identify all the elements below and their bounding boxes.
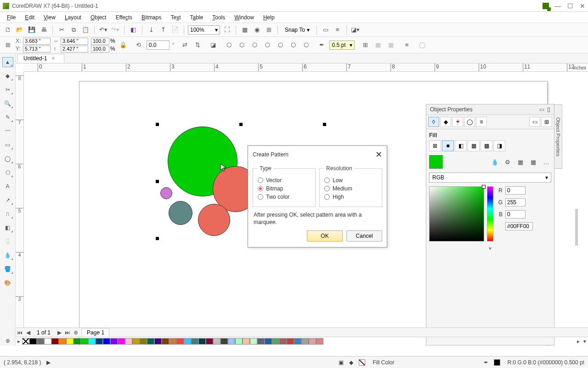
palette-swatch[interactable] (287, 338, 294, 345)
pos-x-input[interactable] (23, 38, 51, 45)
menu-window[interactable]: Window (230, 13, 258, 22)
nav-next-icon[interactable]: ▶ (55, 329, 63, 336)
dialog-close-button[interactable]: ✕ (375, 150, 382, 160)
palette-swatch[interactable] (184, 338, 191, 345)
nav-prev-icon[interactable]: ◀ (24, 329, 32, 336)
panel-undock-icon[interactable]: ▭ (539, 106, 544, 113)
palette-swatch[interactable] (44, 338, 51, 345)
palette-swatch[interactable] (81, 338, 88, 345)
palette-swatch[interactable] (243, 338, 250, 345)
paste-button[interactable]: 📋 (80, 25, 90, 35)
tab-summary[interactable]: ≡ (476, 117, 487, 127)
palette-swatch[interactable] (235, 338, 243, 345)
smart-fill-tool[interactable]: 🎨 (2, 278, 13, 288)
cancel-button[interactable]: Cancel (346, 230, 382, 242)
back-minus-front-button[interactable]: ⬡ (288, 40, 298, 50)
menu-file[interactable]: File (3, 13, 20, 22)
no-color-swatch[interactable] (22, 338, 29, 345)
more-options-icon[interactable]: … (541, 157, 551, 167)
width-input[interactable] (61, 38, 88, 45)
hex-input[interactable] (505, 222, 533, 230)
interactive-fill-tool[interactable]: 🪣 (2, 264, 13, 274)
corel-connect-icon[interactable] (543, 3, 549, 9)
close-button[interactable]: ✕ (580, 2, 585, 10)
panel-collapse-icon[interactable]: ▯ (547, 106, 550, 113)
palette-swatch[interactable] (37, 338, 44, 345)
palette-swatch[interactable] (118, 338, 125, 345)
intersect-button[interactable]: ⬡ (249, 40, 260, 50)
menu-table[interactable]: Table (186, 13, 208, 22)
palette-swatch[interactable] (162, 338, 169, 345)
color-field[interactable] (429, 186, 484, 242)
horizontal-ruler[interactable]: 0 1 2 3 4 5 6 7 8 9 10 11 12 (24, 63, 588, 72)
palette-swatch[interactable] (272, 338, 279, 345)
maximize-button[interactable]: ☐ (567, 2, 573, 10)
pattern-fill-button[interactable]: ▦ (468, 140, 480, 151)
export-button[interactable]: ⤒ (158, 25, 168, 35)
quick-customize-button[interactable]: ⊕ (2, 336, 13, 346)
palette-swatch[interactable] (147, 338, 154, 345)
texture-fill-button[interactable]: ▩ (481, 140, 492, 151)
color-model-select[interactable]: RGB▾ (429, 172, 551, 183)
vertical-ruler[interactable]: 8 7 6 5 4 3 (16, 72, 24, 338)
sliders-icon[interactable]: ⚙ (503, 157, 513, 167)
align-button[interactable]: ▦ (373, 40, 383, 50)
palette-swatch[interactable] (206, 338, 213, 345)
connector-tool[interactable]: ⎍ (2, 209, 13, 219)
outline-width-select[interactable]: 0.5 pt▾ (329, 40, 355, 50)
g-input[interactable] (505, 198, 526, 207)
publish-pdf-button[interactable]: 📄 (170, 25, 180, 35)
parallel-dim-tool[interactable]: ↗ (2, 195, 13, 205)
copy-button[interactable]: ⧉ (68, 25, 79, 35)
no-fill-button[interactable]: ⊠ (429, 140, 441, 151)
tab-expand[interactable]: ⊞ (541, 117, 552, 127)
uniform-fill-button[interactable]: ■ (442, 140, 454, 151)
snap-to-dropdown[interactable]: Snap To▾ (282, 25, 313, 34)
play-icon[interactable]: ▶ (46, 359, 51, 366)
type-twocolor-radio[interactable]: Two color (258, 194, 311, 200)
eyedropper-tool[interactable]: 💧 (2, 250, 13, 260)
text-tool[interactable]: A (2, 181, 13, 191)
menu-layout[interactable]: Layout (61, 13, 85, 22)
fullscreen-button[interactable]: ⛶ (222, 25, 232, 35)
scale-x-input[interactable] (91, 38, 109, 45)
ellipse-tool[interactable]: ◯ (2, 154, 13, 164)
freehand-tool[interactable]: ✎ (2, 112, 13, 122)
palette-swatch[interactable] (257, 338, 265, 345)
tab-fill[interactable]: ◆ (440, 117, 451, 127)
palette-swatch[interactable] (220, 338, 228, 345)
palette-swatch[interactable] (74, 338, 81, 345)
palette-swatch[interactable] (140, 338, 147, 345)
page-tab[interactable]: Page 1 (82, 328, 109, 337)
eyedropper-icon[interactable]: 💧 (490, 157, 500, 167)
mirror-v-button[interactable]: ⇅ (192, 40, 203, 50)
shape-tool[interactable]: ◆ (2, 71, 13, 81)
docker-side-tab[interactable]: Object Properties (554, 104, 562, 169)
options-button[interactable]: ▭ (321, 25, 331, 35)
app-launcher-button[interactable]: ≡ (333, 25, 343, 35)
artistic-media-tool[interactable]: 〰 (2, 126, 13, 136)
pick-tool[interactable]: ▲ (2, 57, 13, 67)
tab-lock[interactable]: ▭ (529, 117, 540, 127)
presets-button[interactable]: ⊞ (3, 40, 13, 50)
res-high-radio[interactable]: High (324, 194, 377, 200)
res-medium-radio[interactable]: Medium (324, 185, 377, 192)
search-button[interactable]: ◧ (128, 25, 138, 35)
drop-shadow-tool[interactable]: ◧ (2, 223, 13, 233)
palette-swatch[interactable] (198, 338, 206, 345)
palette-swatch[interactable] (51, 338, 59, 345)
palette-swatch[interactable] (228, 338, 235, 345)
lock-ratio-button[interactable]: 🔒 (118, 40, 128, 50)
palette-swatch[interactable] (103, 338, 110, 345)
palette-swatch[interactable] (66, 338, 74, 345)
undo-button[interactable]: ↶▾ (98, 25, 108, 35)
tab-transparency[interactable]: 🍷 (452, 117, 463, 127)
cut-button[interactable]: ✂ (57, 25, 67, 35)
weld-button[interactable]: ⬡ (224, 40, 234, 50)
mirror-h-button[interactable]: ⇄ (180, 40, 190, 50)
palette-swatch[interactable] (301, 338, 309, 345)
height-input[interactable] (61, 46, 88, 52)
color-palette-icon[interactable]: ▦ (515, 157, 526, 167)
palette-swatch[interactable] (154, 338, 162, 345)
postscript-fill-button[interactable]: ◨ (493, 140, 505, 151)
